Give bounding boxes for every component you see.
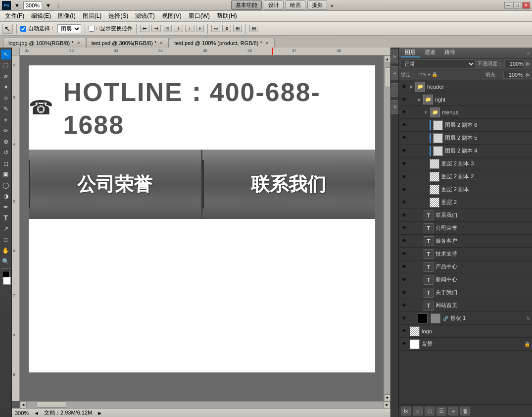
text-tool[interactable]: T <box>1 213 11 223</box>
tab-1[interactable]: test.psd @ 300%(RGB/8) * ✕ <box>86 38 169 48</box>
path-selection[interactable]: ↗ <box>1 224 11 234</box>
fill-arrow[interactable]: ▶ <box>526 71 530 78</box>
eye-header[interactable]: 👁 <box>401 83 408 90</box>
minimize-button[interactable]: — <box>504 2 512 9</box>
tab-2-close[interactable]: ✕ <box>265 41 269 46</box>
eye-logo[interactable]: 👁 <box>401 328 408 335</box>
eye-products[interactable]: 👁 <box>401 263 408 270</box>
auto-select-type[interactable]: 图层 <box>57 24 81 33</box>
layer-contact[interactable]: 👁 T 联系我们 <box>399 209 532 222</box>
eyedropper-tool[interactable]: ✎ <box>1 104 11 114</box>
panel-info-btn[interactable]: i <box>391 83 398 97</box>
align-bottom[interactable]: ⊦ <box>196 25 204 32</box>
healing-tool[interactable]: ⌖ <box>1 115 11 125</box>
tab-2[interactable]: test.psd @ 100% (product, RGB/8) * ✕ <box>169 38 274 48</box>
layer-honor[interactable]: 👁 T 公司荣誉 <box>399 222 532 235</box>
layer-header-group[interactable]: 👁 ▶ 📁 header <box>399 80 532 93</box>
eye-aboutus[interactable]: 👁 <box>401 289 408 296</box>
marquee-tool[interactable]: ⬚ <box>1 60 11 70</box>
distribute-h[interactable]: ⇔ <box>211 25 220 32</box>
lasso-tool[interactable]: ⌀ <box>1 71 11 81</box>
align-left[interactable]: ⊢ <box>140 25 149 32</box>
delete-layer-button[interactable]: 🗑 <box>460 407 470 416</box>
menu-edit[interactable]: 编辑(E) <box>28 11 54 21</box>
tab-layers[interactable]: 图层 <box>401 48 420 57</box>
background-color[interactable] <box>3 277 11 285</box>
distribute-h2[interactable]: ⊞ <box>233 25 242 32</box>
layer-group-button[interactable]: ☰ <box>436 407 446 416</box>
eye-base[interactable]: 👁 <box>401 199 408 206</box>
eye-home[interactable]: 👁 <box>401 302 408 309</box>
layer-copy3[interactable]: 👁 图层 2 副本 3 <box>399 157 532 170</box>
tab-channels[interactable]: 通道 <box>421 48 439 57</box>
crop-tool[interactable]: ⊹ <box>1 93 11 103</box>
layer-copy6[interactable]: 👁 图层 2 副本 6 <box>399 119 532 132</box>
fill-input[interactable] <box>503 71 523 79</box>
layer-copy1[interactable]: 👁 图层 2 副本 <box>399 183 532 196</box>
mode-design[interactable]: 设计 <box>264 0 284 10</box>
eye-news[interactable]: 👁 <box>401 276 408 283</box>
mode-photo[interactable]: 摄影 <box>307 0 327 10</box>
tab-0[interactable]: logo.jpg @ 100%(RGB/8) * ✕ <box>3 38 86 48</box>
lock-pixels-icon[interactable]: □ <box>419 72 422 77</box>
eye-menus[interactable]: 👁 <box>401 109 408 116</box>
panel-nav-btn[interactable]: ⊞ <box>391 100 398 114</box>
auto-select-checkbox[interactable] <box>20 26 26 32</box>
layer-news[interactable]: 👁 T 新闻中心 <box>399 273 532 286</box>
pen-tool[interactable]: ✒ <box>1 202 11 212</box>
horizontal-scrollbar[interactable]: ◄ ► <box>20 401 390 408</box>
opacity-arrow[interactable]: ▶ <box>526 60 530 67</box>
eye-copy1[interactable]: 👁 <box>401 186 408 193</box>
add-mask-button[interactable]: ○ <box>413 407 423 416</box>
eye-honor[interactable]: 👁 <box>401 225 408 232</box>
fx-icon[interactable]: fx <box>527 316 530 321</box>
status-arrow-right[interactable]: ► <box>97 410 102 416</box>
canvas-scroll-area[interactable]: ☎ HOTLINE：400-688-1688 公司荣誉 <box>20 55 384 401</box>
show-transform-checkbox[interactable] <box>89 26 95 32</box>
clone-tool[interactable]: ⊕ <box>1 137 11 147</box>
mode-paint[interactable]: 绘画 <box>286 0 305 10</box>
panel-collapse-btn[interactable]: A <box>391 50 398 63</box>
distribute-v[interactable]: ⇕ <box>222 25 231 32</box>
layer-techsupport[interactable]: 👁 T 技术支持 <box>399 248 532 261</box>
tool-options-btn[interactable]: ↖ <box>2 24 13 34</box>
menu-file[interactable]: 文件(F) <box>2 11 27 21</box>
layer-background[interactable]: 👁 背景 🔒 <box>399 338 532 351</box>
arrow-header[interactable]: ▶ <box>410 84 413 89</box>
scroll-left-arrow[interactable]: ◄ <box>20 402 27 409</box>
panel-text-btn[interactable]: T <box>391 66 398 80</box>
history-brush[interactable]: ↺ <box>1 148 11 157</box>
scroll-right-arrow[interactable]: ► <box>384 402 390 409</box>
align-top[interactable]: ⊤ <box>174 25 183 32</box>
lock-transparency-icon[interactable]: 🔒 <box>432 72 437 77</box>
eye-service[interactable]: 👁 <box>401 238 408 245</box>
eraser-tool[interactable]: ◻ <box>1 158 11 168</box>
eye-copy5[interactable]: 👁 <box>401 135 408 142</box>
magic-wand-tool[interactable]: ✦ <box>1 82 11 92</box>
lock-position-icon[interactable]: ✎ <box>423 72 427 77</box>
title-menu-arrow[interactable]: ▼ <box>13 2 21 8</box>
menu-help[interactable]: 帮助(H) <box>214 11 240 21</box>
layer-copy2[interactable]: 👁 图层 2 副本 2 <box>399 170 532 183</box>
status-arrow-left[interactable]: ◄ <box>34 410 39 416</box>
align-center-v[interactable]: ⊥ <box>185 25 194 32</box>
eye-copy2[interactable]: 👁 <box>401 173 408 180</box>
eye-copy6[interactable]: 👁 <box>401 122 408 129</box>
menu-image[interactable]: 图像(I) <box>55 11 78 21</box>
eye-copy4[interactable]: 👁 <box>401 148 408 155</box>
eye-contact[interactable]: 👁 <box>401 212 408 219</box>
menu-select[interactable]: 选择(S) <box>105 11 131 21</box>
blur-tool[interactable]: ◯ <box>1 180 11 190</box>
tab-0-close[interactable]: ✕ <box>77 41 81 46</box>
eye-copy3[interactable]: 👁 <box>401 160 408 167</box>
arrow-right[interactable]: ▶ <box>418 97 421 102</box>
scroll-thumb-h[interactable] <box>37 402 66 408</box>
layer-home[interactable]: 👁 T 网站首页 <box>399 299 532 312</box>
shape-tool[interactable]: □ <box>1 235 11 245</box>
layer-copy5[interactable]: 👁 图层 2 副本 5 <box>399 132 532 145</box>
arrow-menus[interactable]: ▼ <box>424 110 428 115</box>
lock-all-icon[interactable]: + <box>428 72 431 77</box>
layer-menus-group[interactable]: 👁 ▼ 📁 menus <box>399 106 532 119</box>
add-adjustment-button[interactable]: □ <box>425 407 435 416</box>
layer-base[interactable]: 👁 图层 2 <box>399 196 532 209</box>
